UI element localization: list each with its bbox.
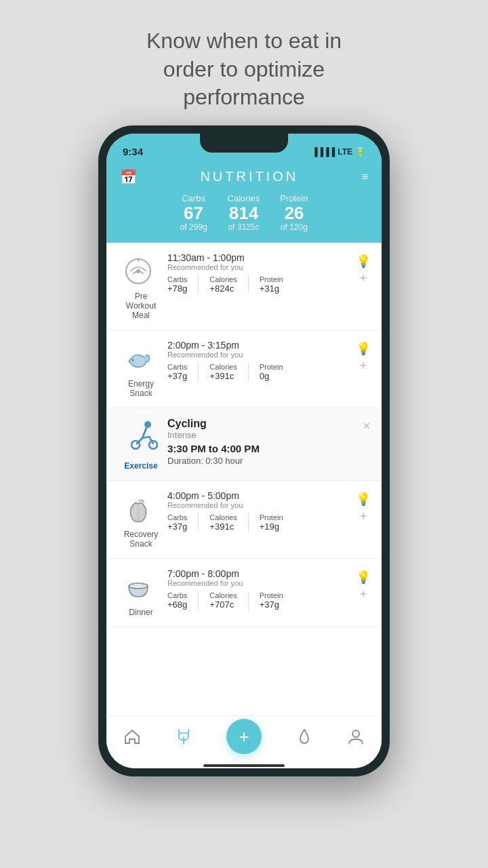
recovery-carbs: Carbs +37g: [167, 513, 199, 532]
dinner-label: Dinner: [129, 608, 152, 617]
exercise-details: Cycling Intense 3:30 PM to 4:00 PM Durat…: [165, 418, 363, 466]
pre-workout-macros: Carbs +78g Calories +824c Protein +31g: [167, 275, 356, 294]
energy-cal-value: +391c: [209, 371, 237, 381]
calories-sub: of 3125c: [228, 222, 260, 232]
energy-carbs: Carbs +37g: [167, 363, 199, 381]
pre-workout-actions: 💡 ＋: [356, 252, 371, 283]
recovery-snack-label: Recovery Snack: [117, 530, 165, 549]
pre-workout-time: 11:30am - 1:00pm: [167, 252, 356, 263]
protein-value: 26: [280, 203, 308, 223]
bottom-nav: +: [106, 715, 382, 763]
dinner-prot-value: +37g: [260, 599, 283, 610]
energy-snack-recommended: Recommended for you: [167, 351, 356, 359]
dinner-carbs-value: +68g: [167, 599, 187, 610]
energy-snack-actions: 💡 ＋: [356, 340, 371, 371]
headline: Know when to eat in order to optimize pe…: [106, 0, 382, 125]
nav-profile[interactable]: [347, 728, 365, 745]
calendar-icon[interactable]: 📅: [120, 169, 137, 185]
meal-card-recovery: Recovery Snack 4:00pm - 5:00pm Recommend…: [106, 481, 382, 559]
nav-nutrition[interactable]: [175, 728, 192, 745]
meal-icon-wrapper-energy: Energy Snack: [117, 340, 165, 398]
energy-snack-time: 2:00pm - 3:15pm: [167, 340, 356, 351]
battery-icon: 🔋: [355, 147, 365, 157]
svg-point-3: [131, 359, 134, 361]
app-header: 📅 NUTRITION ≡ Carbs 67 of 299g Calories …: [106, 163, 382, 243]
svg-point-10: [352, 730, 359, 737]
pre-workout-cal-label: Calories: [209, 275, 237, 283]
add-icon: +: [239, 728, 249, 745]
nav-water[interactable]: [296, 728, 313, 745]
energy-info-button[interactable]: 💡: [356, 342, 371, 355]
status-icons: ▐▐▐▐ LTE 🔋: [312, 147, 365, 157]
phone-shell: 9:34 ▐▐▐▐ LTE 🔋 📅 NUTRITION ≡ Carbs 67 o…: [98, 125, 390, 776]
pre-workout-cal-value: +824c: [209, 283, 237, 294]
exercise-card: Exercise Cycling Intense 3:30 PM to 4:00…: [106, 408, 382, 481]
carbs-label: Carbs: [180, 193, 207, 203]
header-top: 📅 NUTRITION ≡: [120, 169, 368, 185]
nutrition-stats: Carbs 67 of 299g Calories 814 of 3125c P…: [120, 193, 368, 233]
energy-cal-label: Calories: [209, 363, 237, 371]
recovery-add-button[interactable]: ＋: [357, 509, 369, 521]
notch: [200, 134, 288, 153]
protein-sub: of 120g: [280, 222, 308, 232]
energy-protein: Protein 0g: [260, 363, 294, 381]
pre-workout-info-button[interactable]: 💡: [356, 255, 371, 267]
pre-workout-icon: [119, 252, 157, 290]
pre-workout-carbs-value: +78g: [167, 283, 187, 294]
energy-add-button[interactable]: ＋: [357, 359, 369, 371]
recovery-calories: Calories +391c: [209, 513, 248, 532]
energy-snack-label: Energy Snack: [117, 379, 165, 398]
pre-workout-label: PreWorkout Meal: [117, 292, 165, 320]
recovery-prot-label: Protein: [260, 513, 283, 521]
recovery-info-button[interactable]: 💡: [356, 493, 371, 505]
recovery-recommended: Recommended for you: [167, 501, 356, 509]
recovery-cal-label: Calories: [209, 513, 237, 521]
signal-icon: ▐▐▐▐: [312, 147, 335, 157]
filter-icon[interactable]: ≡: [362, 171, 368, 183]
dinner-carbs: Carbs +68g: [167, 591, 199, 610]
pre-workout-add-button[interactable]: ＋: [357, 271, 369, 283]
svg-point-4: [144, 421, 151, 428]
energy-carbs-value: +37g: [167, 371, 187, 381]
pre-workout-carbs: Carbs +78g: [167, 275, 199, 294]
svg-point-7: [129, 583, 148, 589]
nav-home[interactable]: [123, 728, 141, 745]
exercise-name: Cycling: [167, 418, 363, 430]
energy-carbs-label: Carbs: [167, 363, 187, 371]
dinner-add-button[interactable]: ＋: [357, 587, 369, 599]
energy-prot-value: 0g: [260, 371, 283, 381]
dinner-macros: Carbs +68g Calories +707c Protein +37g: [167, 591, 356, 610]
calories-stat: Calories 814 of 3125c: [228, 193, 260, 233]
exercise-action: ✕: [363, 418, 371, 431]
recovery-cal-value: +391c: [209, 521, 237, 532]
recovery-actions: 💡 ＋: [356, 490, 371, 521]
svg-point-1: [136, 269, 140, 273]
pre-workout-protein: Protein +31g: [260, 275, 294, 294]
recovery-prot-value: +19g: [260, 521, 283, 532]
energy-snack-icon: [119, 340, 157, 378]
energy-snack-details: 2:00pm - 3:15pm Recommended for you Carb…: [165, 340, 356, 381]
pre-workout-calories: Calories +824c: [209, 275, 248, 294]
protein-stat: Protein 26 of 120g: [280, 193, 308, 233]
svg-point-5: [131, 441, 140, 449]
recovery-protein: Protein +19g: [260, 513, 294, 532]
pre-workout-recommended: Recommended for you: [167, 263, 356, 271]
pre-workout-carbs-label: Carbs: [167, 275, 187, 283]
nav-add-button[interactable]: +: [226, 719, 262, 754]
calories-label: Calories: [228, 193, 260, 203]
carbs-sub: of 299g: [180, 222, 207, 232]
protein-label: Protein: [280, 193, 308, 203]
dinner-info-button[interactable]: 💡: [356, 571, 371, 583]
recovery-carbs-value: +37g: [167, 521, 187, 532]
energy-snack-macros: Carbs +37g Calories +391c Protein 0g: [167, 363, 356, 381]
carbs-stat: Carbs 67 of 299g: [180, 193, 207, 233]
home-indicator: [106, 763, 382, 768]
exercise-collapse-icon[interactable]: ✕: [363, 420, 371, 431]
calories-value: 814: [228, 203, 260, 223]
recovery-icon: [119, 490, 157, 528]
carbs-value: 67: [180, 203, 207, 223]
meal-card-pre-workout: PreWorkout Meal 11:30am - 1:00pm Recomme…: [106, 243, 382, 330]
exercise-icon-wrapper: Exercise: [117, 418, 165, 471]
exercise-intensity: Intense: [167, 430, 363, 440]
exercise-label: Exercise: [124, 461, 157, 471]
